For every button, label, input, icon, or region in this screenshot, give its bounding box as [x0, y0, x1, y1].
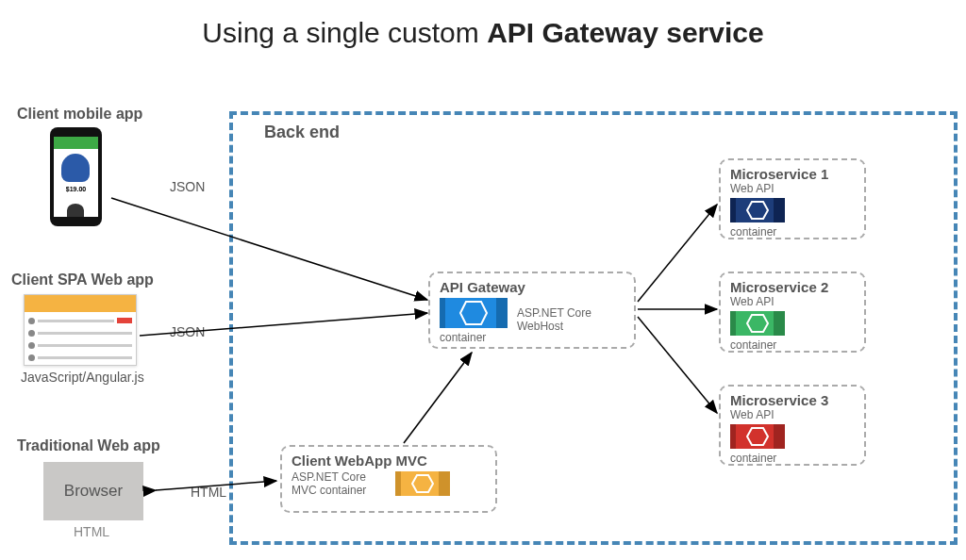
microservice-box: Microservice 3Web APIcontainer — [719, 385, 866, 466]
title-prefix: Using a single custom — [202, 17, 487, 48]
arrow-label-mobile: JSON — [170, 179, 205, 194]
webapp-mvc-sub: ASP.NET Core MVC container — [291, 470, 386, 497]
webapp-mvc-title: Client WebApp MVC — [291, 453, 486, 469]
api-gateway-box: API Gateway container ASP.NET Core WebHo… — [428, 272, 636, 349]
container-icon — [395, 471, 450, 496]
phone-price: $19.00 — [54, 186, 98, 192]
microservice-title: Microservice 3 — [730, 392, 855, 408]
gateway-host: ASP.NET Core WebHost — [517, 306, 592, 333]
microservice-title: Microservice 2 — [730, 279, 855, 295]
container-icon — [730, 311, 785, 336]
client-mobile-label: Client mobile app — [17, 106, 142, 123]
backend-label: Back end — [264, 123, 340, 142]
svg-marker-1 — [412, 475, 433, 492]
client-spa-label: Client SPA Web app — [11, 272, 154, 288]
spa-browser-icon — [24, 294, 137, 366]
microservice-box: Microservice 1Web APIcontainer — [719, 158, 866, 239]
arrow-label-traditional: HTML — [191, 485, 226, 500]
microservice-container-label: container — [730, 225, 855, 239]
svg-marker-3 — [747, 315, 768, 332]
svg-marker-0 — [460, 302, 487, 324]
microservice-box: Microservice 2Web APIcontainer — [719, 272, 866, 353]
svg-marker-2 — [747, 202, 768, 219]
browser-text: Browser — [64, 482, 123, 501]
page-title: Using a single custom API Gateway servic… — [0, 17, 966, 49]
spa-caption: JavaScript/Angular.js — [21, 370, 144, 385]
container-icon — [730, 424, 785, 449]
mobile-phone-icon: $19.00 — [50, 127, 102, 226]
svg-marker-4 — [747, 428, 768, 445]
client-traditional-label: Traditional Web app — [17, 437, 160, 454]
container-icon — [730, 198, 785, 222]
webapp-mvc-box: Client WebApp MVC ASP.NET Core MVC conta… — [280, 445, 497, 513]
microservice-container-label: container — [730, 338, 855, 352]
title-bold: API Gateway service — [487, 17, 764, 48]
microservice-api-label: Web API — [730, 408, 855, 421]
microservice-api-label: Web API — [730, 182, 855, 195]
arrow-label-spa: JSON — [170, 324, 205, 339]
api-gateway-title: API Gateway — [440, 279, 625, 295]
traditional-caption: HTML — [74, 524, 109, 539]
gateway-container-label: container — [440, 331, 508, 344]
traditional-browser-icon: Browser — [43, 462, 143, 520]
microservice-container-label: container — [730, 452, 855, 465]
microservice-title: Microservice 1 — [730, 166, 855, 182]
container-icon — [440, 298, 508, 328]
microservice-api-label: Web API — [730, 295, 855, 308]
